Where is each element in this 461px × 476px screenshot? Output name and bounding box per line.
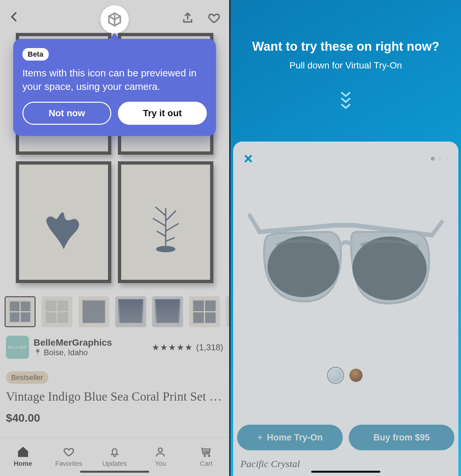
- cube-icon: [107, 12, 122, 27]
- pull-down-chevrons-icon[interactable]: [339, 92, 352, 110]
- ar-preview-badge[interactable]: [100, 5, 129, 34]
- dot: [445, 157, 449, 161]
- try-it-out-button[interactable]: Try it out: [118, 102, 207, 125]
- hero-subtitle: Pull down for Virtual Try-On: [230, 60, 461, 71]
- page-dots[interactable]: [431, 157, 449, 161]
- etsy-product-screen: BELLE MER BelleMerGraphics Boise, Idaho …: [0, 0, 230, 476]
- card-dim-overlay[interactable]: [233, 142, 458, 476]
- dot: [431, 157, 435, 161]
- tooltip-text: Items with this icon can be previewed in…: [22, 66, 207, 93]
- hero-text: Want to try these on right now? Pull dow…: [230, 40, 461, 71]
- dot: [438, 157, 442, 161]
- warby-tryon-screen: Want to try these on right now? Pull dow…: [230, 0, 461, 476]
- tooltip-pointer: [109, 33, 120, 40]
- tooltip-buttons: Not now Try it out: [22, 102, 207, 125]
- not-now-button[interactable]: Not now: [22, 102, 111, 125]
- hero-title: Want to try these on right now?: [230, 40, 461, 54]
- ar-tooltip: Beta Items with this icon can be preview…: [13, 39, 216, 136]
- beta-badge: Beta: [22, 48, 49, 61]
- close-button[interactable]: [242, 152, 255, 165]
- home-indicator[interactable]: [311, 471, 380, 473]
